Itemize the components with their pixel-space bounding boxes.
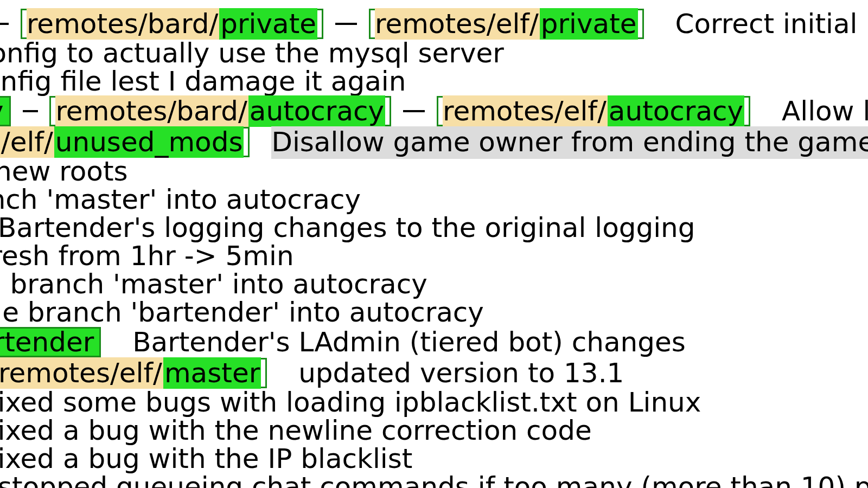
commit-row[interactable]: Bartender's logging changes to the origi… bbox=[0, 214, 868, 242]
commit-row[interactable]: new roots bbox=[0, 158, 868, 185]
graph-edge bbox=[0, 8, 10, 40]
ref-branch-label: private bbox=[540, 8, 638, 40]
commit-message: new roots bbox=[0, 156, 128, 187]
ref-remote-label: remotes/elf/ bbox=[0, 357, 163, 389]
ref-bard-private[interactable]: remotes/bard/private bbox=[21, 9, 323, 39]
ref-branch-label: y bbox=[0, 95, 5, 127]
commit-message: Correct initial map that is bbox=[675, 8, 868, 40]
ref-elf-private[interactable]: remotes/elf/private bbox=[369, 9, 644, 39]
commit-message: fixed a bug with the IP blacklist bbox=[0, 443, 412, 474]
commit-message-selected: Disallow game owner from ending the game… bbox=[271, 126, 868, 159]
commit-row[interactable]: remotes/elf/master updated version to 13… bbox=[0, 358, 868, 388]
ref-remote-label: remotes/bard/ bbox=[27, 8, 219, 40]
commit-row[interactable]: ge branch 'master' into autocracy bbox=[0, 271, 868, 298]
commit-row[interactable]: onfig file lest I damage it again bbox=[0, 68, 868, 95]
ref-bard-autocracy[interactable]: remotes/bard/autocracy bbox=[49, 96, 391, 126]
commit-row[interactable]: anch 'master' into autocracy bbox=[0, 186, 868, 214]
commit-row[interactable]: y remotes/bard/autocracy remotes/elf/aut… bbox=[0, 96, 868, 126]
ref-bartender[interactable]: artender bbox=[0, 327, 101, 357]
commit-message: erge branch 'bartender' into autocracy bbox=[0, 297, 484, 328]
commit-message: updated version to 13.1 bbox=[298, 357, 624, 389]
commit-row[interactable]: remotes/bard/private remotes/elf/private… bbox=[0, 9, 868, 39]
commit-row[interactable]: fixed some bugs with loading ipblacklist… bbox=[0, 389, 868, 416]
commit-message: onfig file lest I damage it again bbox=[0, 66, 406, 97]
ref-partial[interactable]: y bbox=[0, 96, 11, 126]
commit-message: ge branch 'master' into autocracy bbox=[0, 268, 427, 300]
commit-message: Bartender's logging changes to the origi… bbox=[0, 212, 695, 243]
ref-elf-master[interactable]: remotes/elf/master bbox=[0, 358, 267, 388]
commit-row[interactable]: fresh from 1hr -> 5min bbox=[0, 242, 868, 270]
ref-branch-label: unused_mods bbox=[54, 126, 244, 158]
commit-message: stopped queueing chat commands if too ma… bbox=[0, 471, 868, 488]
commit-row[interactable]: erge branch 'bartender' into autocracy bbox=[0, 299, 868, 326]
ref-remote-label: remotes/elf/ bbox=[375, 8, 540, 40]
commit-message: fresh from 1hr -> 5min bbox=[0, 240, 294, 272]
ref-remote-label: es/elf/ bbox=[0, 126, 54, 158]
commit-row[interactable]: fixed a bug with the IP blacklist bbox=[0, 445, 868, 473]
graph-edge bbox=[23, 110, 38, 112]
ref-branch-label: master bbox=[163, 357, 261, 389]
commit-row[interactable]: es/elf/unused_mods Disallow game owner f… bbox=[0, 127, 868, 157]
ref-branch-label: autocracy bbox=[608, 95, 744, 127]
commit-message: config to actually use the mysql server bbox=[0, 37, 504, 69]
ref-branch-label: private bbox=[219, 8, 317, 40]
commit-message: Allow lesser ad bbox=[782, 95, 868, 127]
commit-message: Bartender's LAdmin (tiered bot) changes bbox=[132, 326, 686, 358]
ref-elf-unused-mods[interactable]: es/elf/unused_mods bbox=[0, 127, 250, 157]
ref-elf-autocracy[interactable]: remotes/elf/autocracy bbox=[437, 96, 750, 126]
commit-row[interactable]: config to actually use the mysql server bbox=[0, 40, 868, 67]
git-log-view: remotes/bard/private remotes/elf/private… bbox=[0, 0, 868, 488]
graph-edge bbox=[335, 23, 357, 25]
ref-branch-label: autocracy bbox=[248, 95, 385, 127]
commit-message: anch 'master' into autocracy bbox=[0, 184, 361, 215]
commit-message: fixed a bug with the newline correction … bbox=[0, 415, 592, 446]
commit-message: fixed some bugs with loading ipblacklist… bbox=[0, 387, 701, 418]
ref-remote-label: remotes/bard/ bbox=[55, 95, 248, 127]
commit-row[interactable]: stopped queueing chat commands if too ma… bbox=[0, 473, 868, 488]
commit-row[interactable]: fixed a bug with the newline correction … bbox=[0, 417, 868, 445]
ref-remote-label: remotes/elf/ bbox=[443, 95, 608, 127]
commit-row[interactable]: artender Bartender's LAdmin (tiered bot)… bbox=[0, 327, 868, 357]
ref-branch-label: artender bbox=[0, 326, 95, 358]
graph-edge bbox=[403, 110, 425, 112]
